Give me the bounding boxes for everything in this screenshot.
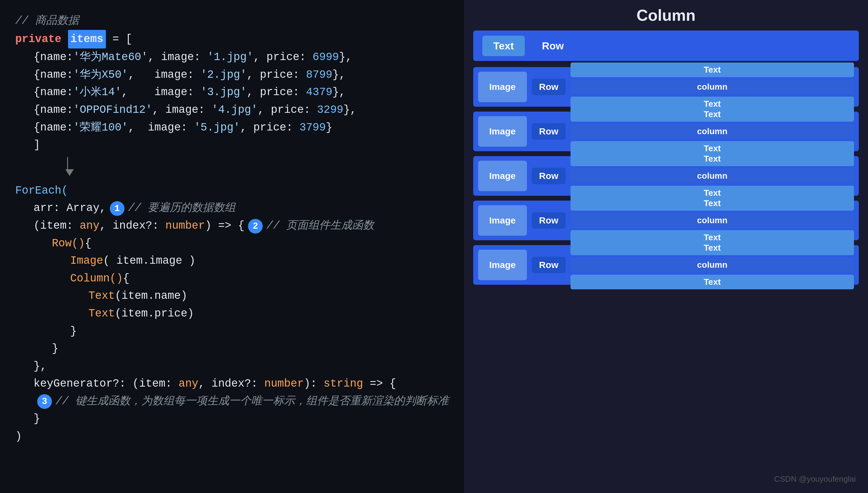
item-4: {name:'OPPOFind12', image: '4.jpg', pric… — [15, 101, 449, 119]
close-array: ] — [15, 136, 449, 154]
col-text-1: Text — [571, 63, 854, 77]
image-box-1: Image — [478, 72, 527, 102]
text-price-line: Text(item.price) — [15, 305, 449, 323]
badge3-line: 3 // 键生成函数，为数组每一项生成一个唯一标示，组件是否重新渲染的判断标准 — [15, 393, 449, 410]
item-3: {name:'小米14', image: '3.jpg', price: 437… — [15, 84, 449, 101]
fn-comma: }, — [15, 358, 449, 375]
key-gen-close: } — [15, 410, 449, 428]
foreach-open: ForEach( — [15, 182, 449, 200]
row-button: Row — [531, 36, 575, 56]
image-box-2: Image — [478, 116, 527, 147]
col-text-9: Text — [571, 240, 854, 255]
panel-title: Column — [473, 6, 859, 24]
row-label-1: Row — [532, 79, 566, 95]
col-column-5: column — [571, 258, 854, 272]
col-text-3: Text — [571, 107, 854, 122]
image-box-5: Image — [478, 250, 527, 280]
image-box-4: Image — [478, 205, 527, 236]
col-text-5: Text — [571, 152, 854, 166]
column-open: Column(){ — [15, 270, 449, 287]
item-1: {name:'华为Mate60', image: '1.jpg', price:… — [15, 48, 449, 66]
column-close: } — [15, 323, 449, 340]
table-row: Image Row Text column Text — [473, 200, 859, 240]
comment-text: // 商品数据 — [15, 12, 79, 30]
row-label-4: Row — [532, 212, 566, 229]
row-close: } — [15, 340, 449, 358]
column-stack-3: Text column Text — [571, 152, 854, 200]
table-row: Image Row Text column Text — [473, 156, 859, 196]
col-column-4: column — [571, 213, 854, 228]
table-row: Image Row Text column Text — [473, 67, 859, 107]
badge-2: 2 — [248, 219, 263, 234]
col-text-7: Text — [571, 196, 854, 211]
code-panel: // 商品数据 private items = [ {name:'华为Mate6… — [0, 0, 464, 493]
table-row: Image Row Text column Text — [473, 245, 859, 285]
column-stack-2: Text column Text — [571, 107, 854, 156]
badge-3: 3 — [37, 394, 52, 409]
row-open: Row(){ — [15, 235, 449, 253]
arr-line: arr: Array, 1 // 要遍历的数据数组 — [15, 199, 449, 217]
image-box-3: Image — [478, 161, 527, 191]
key-gen-line: keyGenerator?: (item: any, index?: numbe… — [15, 375, 449, 393]
col-column-1: column — [571, 80, 854, 94]
row-label-3: Row — [532, 168, 566, 184]
watermark: CSDN @youyoufenglai — [774, 474, 856, 484]
private-keyword: private — [15, 30, 61, 48]
column-stack-1: Text column Text — [571, 63, 854, 111]
product-rows: Image Row Text column Text Image Row Tex… — [473, 67, 859, 285]
table-row: Image Row Text column Text — [473, 112, 859, 151]
badge-1: 1 — [110, 201, 124, 216]
private-line: private items = [ — [15, 30, 449, 49]
items-keyword: items — [68, 30, 106, 49]
visual-panel: Column Text Row Image Row Text column Te… — [464, 0, 868, 493]
image-line: Image( item.image ) — [15, 252, 449, 270]
item-5: {name:'荣耀100', image: '5.jpg', price: 37… — [15, 119, 449, 136]
equals: = [ — [106, 30, 132, 48]
column-stack-4: Text column Text — [571, 196, 854, 245]
text-name-line: Text(item.name) — [15, 287, 449, 305]
row-label-5: Row — [532, 257, 566, 273]
item-2: {name:'华为X50', image: '2.jpg', price: 87… — [15, 66, 449, 84]
foreach-close: ) — [15, 428, 449, 446]
text-row-header: Text Row — [473, 30, 859, 61]
foreach-keyword: ForEach( — [15, 182, 68, 200]
comment-fn: // 页面组件生成函数 — [266, 217, 374, 235]
comment-key: // 键生成函数，为数组每一项生成一个唯一标示，组件是否重新渲染的判断标准 — [56, 393, 449, 410]
col-column-2: column — [571, 124, 854, 139]
comment-arr: // 要遍历的数据数组 — [128, 199, 236, 217]
col-column-3: column — [571, 169, 854, 183]
column-stack-5: Text column Text — [571, 240, 854, 290]
row-label-2: Row — [532, 123, 566, 140]
item-fn-line: (item: any, index?: number) => { 2 // 页面… — [15, 217, 449, 235]
comment-line: // 商品数据 — [15, 12, 449, 30]
text-button: Text — [482, 36, 525, 56]
